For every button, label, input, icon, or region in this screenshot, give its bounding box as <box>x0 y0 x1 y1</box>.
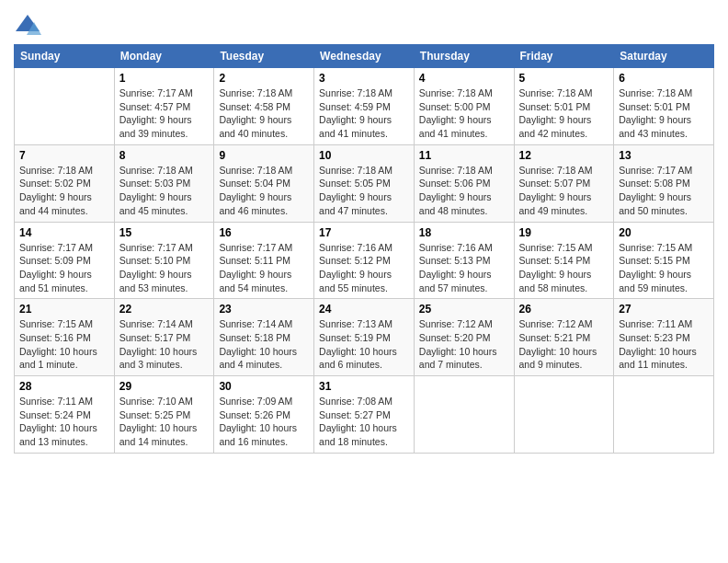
day-info: Sunrise: 7:18 AM Sunset: 5:00 PM Dayligh… <box>419 86 509 141</box>
calendar-cell: 16Sunrise: 7:17 AM Sunset: 5:11 PM Dayli… <box>214 222 314 299</box>
day-number: 6 <box>619 72 709 85</box>
calendar-cell: 24Sunrise: 7:13 AM Sunset: 5:19 PM Dayli… <box>314 299 415 376</box>
calendar-header-row: SundayMondayTuesdayWednesdayThursdayFrid… <box>15 45 714 68</box>
calendar-cell: 2Sunrise: 7:18 AM Sunset: 4:58 PM Daylig… <box>214 68 314 145</box>
day-number: 4 <box>419 72 509 85</box>
day-info: Sunrise: 7:18 AM Sunset: 5:05 PM Dayligh… <box>319 164 409 218</box>
day-info: Sunrise: 7:11 AM Sunset: 5:23 PM Dayligh… <box>619 317 709 372</box>
day-number: 9 <box>219 149 309 162</box>
day-number: 12 <box>519 149 609 162</box>
day-info: Sunrise: 7:16 AM Sunset: 5:13 PM Dayligh… <box>419 241 509 295</box>
col-header-monday: Monday <box>114 45 214 68</box>
day-number: 15 <box>119 226 210 239</box>
day-info: Sunrise: 7:09 AM Sunset: 5:26 PM Dayligh… <box>219 395 309 449</box>
page-container: SundayMondayTuesdayWednesdayThursdayFrid… <box>0 0 728 463</box>
week-row-2: 7Sunrise: 7:18 AM Sunset: 5:02 PM Daylig… <box>15 144 714 222</box>
day-number: 18 <box>419 226 509 239</box>
day-info: Sunrise: 7:17 AM Sunset: 5:09 PM Dayligh… <box>19 241 109 295</box>
calendar-cell: 5Sunrise: 7:18 AM Sunset: 5:01 PM Daylig… <box>514 68 614 145</box>
day-info: Sunrise: 7:17 AM Sunset: 5:10 PM Dayligh… <box>119 241 210 295</box>
calendar-cell: 3Sunrise: 7:18 AM Sunset: 4:59 PM Daylig… <box>314 68 415 145</box>
week-row-3: 14Sunrise: 7:17 AM Sunset: 5:09 PM Dayli… <box>15 222 714 299</box>
calendar-cell: 13Sunrise: 7:17 AM Sunset: 5:08 PM Dayli… <box>614 144 714 222</box>
col-header-friday: Friday <box>514 45 614 68</box>
day-info: Sunrise: 7:17 AM Sunset: 5:11 PM Dayligh… <box>219 241 309 295</box>
day-number: 30 <box>219 380 309 393</box>
calendar-cell: 1Sunrise: 7:17 AM Sunset: 4:57 PM Daylig… <box>114 68 214 145</box>
week-row-4: 21Sunrise: 7:15 AM Sunset: 5:16 PM Dayli… <box>15 299 714 376</box>
calendar-cell: 30Sunrise: 7:09 AM Sunset: 5:26 PM Dayli… <box>214 376 314 454</box>
calendar-cell: 10Sunrise: 7:18 AM Sunset: 5:05 PM Dayli… <box>314 144 415 222</box>
day-info: Sunrise: 7:16 AM Sunset: 5:12 PM Dayligh… <box>319 241 409 295</box>
calendar-cell: 25Sunrise: 7:12 AM Sunset: 5:20 PM Dayli… <box>414 299 514 376</box>
day-info: Sunrise: 7:18 AM Sunset: 5:03 PM Dayligh… <box>119 164 210 218</box>
col-header-sunday: Sunday <box>15 45 115 68</box>
day-number: 10 <box>319 149 409 162</box>
calendar-cell: 19Sunrise: 7:15 AM Sunset: 5:14 PM Dayli… <box>514 222 614 299</box>
day-info: Sunrise: 7:18 AM Sunset: 5:01 PM Dayligh… <box>619 86 709 141</box>
calendar-cell: 20Sunrise: 7:15 AM Sunset: 5:15 PM Dayli… <box>614 222 714 299</box>
day-info: Sunrise: 7:14 AM Sunset: 5:18 PM Dayligh… <box>219 317 309 372</box>
day-info: Sunrise: 7:18 AM Sunset: 5:06 PM Dayligh… <box>419 164 509 218</box>
day-info: Sunrise: 7:18 AM Sunset: 5:07 PM Dayligh… <box>519 164 609 218</box>
calendar-cell: 27Sunrise: 7:11 AM Sunset: 5:23 PM Dayli… <box>614 299 714 376</box>
logo-icon <box>14 13 41 40</box>
day-info: Sunrise: 7:15 AM Sunset: 5:14 PM Dayligh… <box>519 241 609 295</box>
calendar-cell: 31Sunrise: 7:08 AM Sunset: 5:27 PM Dayli… <box>314 376 415 454</box>
day-info: Sunrise: 7:14 AM Sunset: 5:17 PM Dayligh… <box>119 317 210 372</box>
logo <box>14 13 45 40</box>
day-info: Sunrise: 7:12 AM Sunset: 5:21 PM Dayligh… <box>519 317 609 372</box>
week-row-5: 28Sunrise: 7:11 AM Sunset: 5:24 PM Dayli… <box>15 376 714 454</box>
calendar-cell <box>414 376 514 454</box>
day-number: 31 <box>319 380 409 393</box>
day-number: 28 <box>19 380 109 393</box>
day-info: Sunrise: 7:18 AM Sunset: 4:59 PM Dayligh… <box>319 86 409 141</box>
day-info: Sunrise: 7:17 AM Sunset: 4:57 PM Dayligh… <box>119 86 210 141</box>
day-info: Sunrise: 7:18 AM Sunset: 4:58 PM Dayligh… <box>219 86 309 141</box>
day-number: 27 <box>619 303 709 316</box>
calendar-cell: 15Sunrise: 7:17 AM Sunset: 5:10 PM Dayli… <box>114 222 214 299</box>
day-number: 21 <box>19 303 109 316</box>
day-info: Sunrise: 7:15 AM Sunset: 5:15 PM Dayligh… <box>619 241 709 295</box>
day-number: 23 <box>219 303 309 316</box>
col-header-thursday: Thursday <box>414 45 514 68</box>
day-info: Sunrise: 7:18 AM Sunset: 5:04 PM Dayligh… <box>219 164 309 218</box>
day-number: 20 <box>619 226 709 239</box>
day-number: 1 <box>119 72 210 85</box>
week-row-1: 1Sunrise: 7:17 AM Sunset: 4:57 PM Daylig… <box>15 68 714 145</box>
day-number: 3 <box>319 72 409 85</box>
day-number: 19 <box>519 226 609 239</box>
day-number: 5 <box>519 72 609 85</box>
header <box>14 9 714 40</box>
calendar-cell: 8Sunrise: 7:18 AM Sunset: 5:03 PM Daylig… <box>114 144 214 222</box>
col-header-wednesday: Wednesday <box>314 45 415 68</box>
calendar-cell: 23Sunrise: 7:14 AM Sunset: 5:18 PM Dayli… <box>214 299 314 376</box>
calendar-cell: 26Sunrise: 7:12 AM Sunset: 5:21 PM Dayli… <box>514 299 614 376</box>
day-number: 13 <box>619 149 709 162</box>
day-info: Sunrise: 7:17 AM Sunset: 5:08 PM Dayligh… <box>619 164 709 218</box>
day-info: Sunrise: 7:12 AM Sunset: 5:20 PM Dayligh… <box>419 317 509 372</box>
calendar-cell: 14Sunrise: 7:17 AM Sunset: 5:09 PM Dayli… <box>15 222 115 299</box>
calendar-cell: 12Sunrise: 7:18 AM Sunset: 5:07 PM Dayli… <box>514 144 614 222</box>
day-number: 22 <box>119 303 210 316</box>
calendar-cell <box>15 68 115 145</box>
day-info: Sunrise: 7:13 AM Sunset: 5:19 PM Dayligh… <box>319 317 409 372</box>
day-number: 16 <box>219 226 309 239</box>
day-number: 17 <box>319 226 409 239</box>
day-info: Sunrise: 7:08 AM Sunset: 5:27 PM Dayligh… <box>319 395 409 449</box>
day-number: 29 <box>119 380 210 393</box>
day-number: 2 <box>219 72 309 85</box>
calendar-cell: 17Sunrise: 7:16 AM Sunset: 5:12 PM Dayli… <box>314 222 415 299</box>
col-header-tuesday: Tuesday <box>214 45 314 68</box>
day-number: 11 <box>419 149 509 162</box>
calendar-cell: 9Sunrise: 7:18 AM Sunset: 5:04 PM Daylig… <box>214 144 314 222</box>
col-header-saturday: Saturday <box>614 45 714 68</box>
day-number: 26 <box>519 303 609 316</box>
day-info: Sunrise: 7:15 AM Sunset: 5:16 PM Dayligh… <box>19 317 109 372</box>
calendar-cell: 28Sunrise: 7:11 AM Sunset: 5:24 PM Dayli… <box>15 376 115 454</box>
calendar-cell: 21Sunrise: 7:15 AM Sunset: 5:16 PM Dayli… <box>15 299 115 376</box>
day-info: Sunrise: 7:18 AM Sunset: 5:01 PM Dayligh… <box>519 86 609 141</box>
calendar-cell: 29Sunrise: 7:10 AM Sunset: 5:25 PM Dayli… <box>114 376 214 454</box>
calendar-cell: 4Sunrise: 7:18 AM Sunset: 5:00 PM Daylig… <box>414 68 514 145</box>
calendar-cell <box>514 376 614 454</box>
